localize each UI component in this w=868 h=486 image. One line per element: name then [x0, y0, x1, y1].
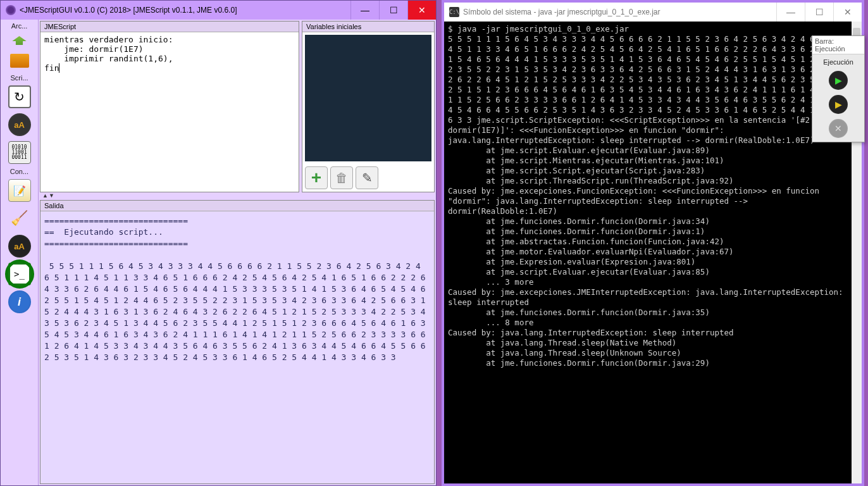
vars-canvas[interactable]: [305, 35, 431, 161]
console-close-button[interactable]: [833, 3, 862, 22]
console-minimize-button[interactable]: [776, 3, 805, 22]
close-button[interactable]: [407, 1, 436, 20]
jme-main-window: <JMEScriptGUI v0.1.0 (C) 2018> [JMEScrip…: [0, 0, 437, 486]
variables-panel: Variables iniciales + 🗑 ✎: [302, 21, 435, 192]
code-editor-panel: JMEScript mientras verdadero inicio: jme…: [40, 21, 299, 192]
toolbar-section-console: Con...: [10, 168, 28, 175]
vars-panel-title: Variables iniciales: [302, 22, 434, 32]
brush-icon[interactable]: 🧹: [8, 207, 31, 230]
float-toolbar-title[interactable]: Barra: Ejecución: [812, 36, 864, 54]
output-panel-title: Salida: [40, 201, 434, 211]
console-maximize-button[interactable]: [805, 3, 833, 22]
toolbar-section-script: Scri...: [10, 74, 28, 82]
console-window: C:\ Símbolo del sistema - java -jar jmes…: [442, 0, 864, 486]
script-icon[interactable]: ↻: [8, 85, 31, 108]
document-icon[interactable]: 📝: [8, 179, 31, 202]
info-icon[interactable]: i: [8, 290, 31, 313]
maximize-button[interactable]: [379, 1, 407, 20]
font2-icon[interactable]: aA: [8, 235, 31, 258]
window-title: <JMEScriptGUI v0.1.0 (C) 2018> [JMEScrip…: [20, 6, 237, 15]
execution-toolbar[interactable]: Barra: Ejecución Ejecución ▶ ▶ ✕: [812, 35, 865, 142]
font-icon[interactable]: aA: [8, 113, 31, 136]
add-var-button[interactable]: +: [305, 166, 328, 189]
execution-label: Ejecución: [823, 58, 853, 66]
minimize-button[interactable]: [350, 1, 379, 20]
cmd-icon: C:\: [449, 7, 459, 17]
left-toolbar: Arc... Scri... ↻ aA 010101100100011 Con.…: [1, 20, 39, 485]
code-panel-title: JMEScript: [40, 22, 299, 32]
output-panel: Salida ============================= == …: [40, 200, 435, 484]
splitter[interactable]: [39, 194, 436, 199]
console-titlebar[interactable]: C:\ Símbolo del sistema - java -jar jmes…: [444, 3, 862, 22]
stop-button[interactable]: ✕: [829, 119, 848, 138]
toolbar-section-archive: Arc...: [11, 22, 28, 30]
app-icon: [6, 5, 16, 15]
output-text[interactable]: ============================= == Ejecuta…: [40, 211, 434, 483]
open-icon[interactable]: [11, 36, 28, 49]
code-editor[interactable]: mientras verdadero inicio: jme: dormir(1…: [40, 32, 299, 192]
console-title: Símbolo del sistema - java -jar jmescrip…: [463, 8, 660, 16]
run-button[interactable]: ▶: [829, 71, 848, 90]
titlebar[interactable]: <JMEScriptGUI v0.1.0 (C) 2018> [JMEScrip…: [1, 1, 436, 20]
step-button[interactable]: ▶: [829, 95, 848, 114]
edit-var-button[interactable]: ✎: [356, 166, 378, 189]
delete-var-button[interactable]: 🗑: [330, 166, 353, 189]
console-icon[interactable]: >_: [8, 263, 31, 285]
binary-icon[interactable]: 010101100100011: [8, 141, 31, 164]
console-output[interactable]: $ java -jar jmescriptgui_0_1_0_exe.jar 5…: [444, 22, 862, 483]
folder-icon[interactable]: [10, 54, 29, 68]
